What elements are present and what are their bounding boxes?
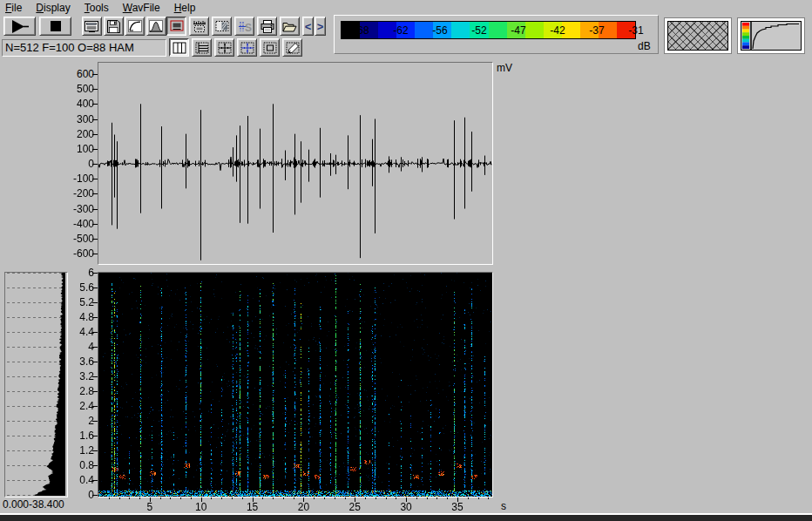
hatch-pattern — [667, 21, 728, 51]
print-button[interactable] — [257, 17, 277, 36]
prev-arrow-icon: < — [305, 21, 312, 32]
spectrogram-y-tick-label: 5.6 — [61, 282, 94, 293]
sections-button[interactable]: S — [234, 17, 254, 36]
spectrogram-y-tick — [92, 406, 98, 407]
menu-display[interactable]: Display — [34, 1, 77, 15]
save-button[interactable] — [104, 17, 124, 36]
spectrogram-x-tick — [170, 497, 171, 499]
stop-button[interactable] — [39, 17, 71, 36]
grid-cross-icon — [218, 42, 232, 54]
waveform-plot[interactable] — [98, 63, 492, 264]
display-frame-button[interactable] — [166, 17, 186, 36]
prev-button[interactable]: < — [302, 17, 314, 36]
pattern-preview-box[interactable] — [665, 18, 731, 53]
grid-cross-blue-button[interactable] — [237, 38, 257, 57]
spectrogram-x-tick — [478, 497, 479, 499]
spectrogram-x-tick-label: 20 — [294, 502, 312, 512]
play-button[interactable] — [3, 17, 36, 36]
grid-cross-button[interactable] — [214, 38, 234, 57]
spectrogram-x-tick — [396, 497, 396, 499]
edit-pencil-icon — [286, 42, 300, 54]
menu-tools[interactable]: Tools — [83, 1, 116, 15]
waveform-panel[interactable] — [98, 62, 493, 265]
spectrogram-x-tick — [386, 497, 387, 499]
spectrogram-x-tick — [488, 497, 489, 499]
spectrogram-y-tick-label: 4 — [61, 342, 94, 352]
menu-file[interactable]: File — [3, 1, 29, 15]
colorbar-tick-label: -47 — [505, 24, 531, 37]
spectrogram-x-tick — [376, 497, 376, 499]
waveform-y-tick — [92, 119, 98, 120]
waveform-y-tick — [92, 239, 98, 240]
transfer-curve-button[interactable] — [125, 17, 145, 36]
spectrogram-y-tick-label: 4.4 — [61, 327, 94, 337]
window-function-icon — [149, 20, 163, 32]
spectrogram-y-tick — [92, 302, 98, 303]
waveform-y-tick-label: -100 — [61, 173, 94, 184]
transfer-curve-icon — [128, 20, 142, 32]
waveform-y-tick-label: 100 — [61, 144, 94, 154]
spectrogram-y-tick — [92, 347, 98, 348]
spectrogram-y-tick — [92, 273, 98, 274]
waveform-unit-label: mV — [497, 62, 512, 74]
colorbar-tick-label: -31 — [623, 24, 649, 37]
menu-wavfile[interactable]: WavFile — [121, 1, 167, 15]
play-icon — [10, 20, 30, 33]
spectrogram-y-tick-label: 0.4 — [61, 475, 94, 485]
waveform-y-tick — [92, 149, 98, 150]
spectrogram-x-tick — [345, 497, 346, 499]
colorbar-tick-label: -56 — [427, 24, 453, 37]
window-button[interactable] — [82, 17, 102, 36]
inner-frame-button[interactable] — [260, 38, 280, 57]
edit-annotation-button[interactable] — [282, 38, 302, 57]
spectrogram-x-tick — [447, 497, 448, 499]
spectrogram-x-tick — [191, 497, 192, 499]
waveform-y-tick-label: -500 — [61, 233, 94, 244]
spectrogram-y-tick — [92, 436, 98, 436]
spectrogram-x-tick-label: 5 — [141, 502, 159, 512]
spectrogram-x-tick — [416, 497, 417, 499]
spectrogram-panel[interactable] — [98, 272, 493, 497]
spectrogram-x-tick — [180, 497, 181, 499]
analysis-settings-field[interactable]: N=512 F=100 O=88 HAM — [2, 39, 166, 57]
spectrogram-x-tick — [139, 497, 140, 499]
grid-vertical-button[interactable] — [169, 38, 189, 57]
spectrogram-x-tick — [468, 497, 469, 499]
average-spectrum-plot[interactable] — [5, 273, 67, 497]
grid-horizontal-button[interactable] — [192, 38, 212, 57]
stop-icon — [51, 21, 61, 31]
open-file-button[interactable] — [280, 17, 300, 36]
waveform-y-tick-label: -400 — [61, 219, 94, 229]
spectrogram-y-tick-label: 0 — [61, 490, 94, 500]
waveform-y-tick-label: -600 — [61, 248, 94, 259]
window-function-button[interactable] — [146, 17, 166, 36]
spectrogram-y-tick-label: 6 — [61, 267, 94, 278]
display-frame-icon — [170, 20, 184, 32]
spectrogram-y-tick — [92, 362, 98, 362]
waveform-y-tick-label: 200 — [61, 129, 94, 139]
spectrogram-x-tick — [314, 497, 315, 499]
spectrogram-y-tick — [92, 317, 98, 318]
menu-help[interactable]: Help — [173, 1, 203, 15]
spectrogram-y-tick — [92, 450, 98, 451]
svg-text:S: S — [245, 21, 252, 33]
colorbar-panel: dB — [334, 15, 659, 54]
pattern-fill-button[interactable] — [212, 17, 232, 36]
spectrogram-plot[interactable] — [98, 273, 492, 497]
next-button[interactable]: > — [315, 17, 326, 36]
spectrogram-x-tick-label: 30 — [397, 502, 415, 512]
spectrogram-x-tick — [160, 497, 161, 499]
spectrogram-y-tick — [92, 480, 98, 481]
spectrogram-y-tick — [92, 391, 98, 392]
waveform-y-tick-label: 300 — [61, 114, 94, 125]
average-spectrum-panel[interactable] — [4, 272, 68, 497]
spectrogram-y-tick — [92, 421, 98, 422]
grid-horizontal-icon — [195, 42, 209, 54]
spectrogram-x-tick — [436, 497, 437, 499]
spectrogram-x-tick — [283, 497, 284, 499]
window-icon — [85, 20, 99, 32]
sections-icon: S — [238, 20, 252, 33]
palette-curve-box[interactable] — [738, 18, 804, 53]
spectrogram-x-tick — [335, 497, 335, 499]
time-scale-button[interactable] — [189, 17, 209, 36]
